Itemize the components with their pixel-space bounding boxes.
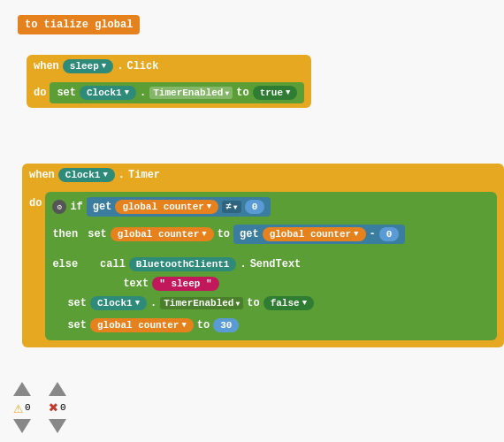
get-counter-pill[interactable]: global counter ▼ <box>115 200 218 214</box>
zero-1: 0 <box>252 202 258 212</box>
when-timer-container: when Clock1 ▼ . Timer do ⚙ if get <box>22 164 504 347</box>
text-label: text <box>123 278 149 290</box>
if-condition-row: ⚙ if get global counter ▼ ≠ <box>49 195 493 218</box>
method-name: SendText <box>250 258 302 271</box>
if-block: ⚙ if get global counter ▼ ≠ <box>45 192 497 340</box>
set-counter-30: set global counter ▼ to 30 <box>61 316 245 335</box>
scroll-down-icon-1[interactable] <box>13 419 31 433</box>
minus-operator: - <box>370 228 376 240</box>
to-text: to <box>25 19 37 31</box>
when-timer-body: do ⚙ if get global counter ▼ <box>22 187 504 347</box>
bottom-status-bar: ⚠ 0 ✖ 0 <box>13 382 66 433</box>
clock1-name: Clock1 <box>65 170 101 180</box>
when-timer-keyword: when <box>29 169 55 181</box>
global-counter-4: global counter <box>97 320 179 331</box>
else-section: else call BluetoothClient1 . SendText <box>49 250 493 337</box>
to-3: to <box>197 319 210 332</box>
to-2: to <box>247 297 259 309</box>
do-keyword2: do <box>29 197 42 210</box>
error-count: 0 <box>60 402 66 413</box>
global-counter-1: global counter <box>122 202 203 212</box>
when-click-do: do set Clock1 ▼ . TimerEnabled to true ▼ <box>27 78 311 108</box>
get-keyword-2: get <box>240 228 259 240</box>
text-param-row: text " sleep " <box>123 277 490 291</box>
then-keyword: then <box>52 228 78 240</box>
sleep-text: " sleep " <box>159 278 211 289</box>
false-value[interactable]: false ▼ <box>263 296 314 310</box>
set-counter-keyword: set <box>67 319 87 332</box>
dot-separator: . <box>117 60 123 72</box>
dot5: . <box>150 297 157 309</box>
dot3: . <box>118 169 125 181</box>
error-row: ✖ 0 <box>49 398 65 417</box>
zero-value-1[interactable]: 0 <box>245 200 265 214</box>
when-click-container: when sleep ▼ . Click do set Clock1 ▼ . T… <box>27 55 311 108</box>
call-keyword: call <box>100 258 126 271</box>
clock1-pill-2[interactable]: Clock1 ▼ <box>90 296 147 310</box>
timer-enabled-text-2: TimerEnabled <box>164 298 233 309</box>
get-keyword: get <box>93 201 112 213</box>
error-group: ✖ 0 <box>49 382 66 433</box>
zero-2: 0 <box>386 229 393 240</box>
sleep-component[interactable]: sleep ▼ <box>63 59 113 73</box>
set-label-2: set <box>88 228 107 240</box>
when-keyword: when <box>34 60 59 72</box>
warning-count: 0 <box>25 402 31 413</box>
clock1-component[interactable]: Clock1 ▼ <box>80 86 136 100</box>
when-timer-header: when Clock1 ▼ . Timer <box>22 164 504 187</box>
else-keyword: else <box>52 258 78 271</box>
warning-icon: ⚠ <box>13 398 23 417</box>
set-keyword: set <box>57 87 76 99</box>
dot2: . <box>140 87 146 99</box>
false-text: false <box>271 298 300 309</box>
clock2-name: Clock1 <box>97 298 133 309</box>
zero-value-2[interactable]: 0 <box>379 227 400 241</box>
property-name: TimerEnabled <box>153 88 223 98</box>
scroll-up-icon-1[interactable] <box>13 382 31 396</box>
bluetooth-client[interactable]: BluetoothClient1 <box>129 257 237 271</box>
neq-symbol: ≠ <box>225 202 232 212</box>
warning-row: ⚠ 0 <box>13 398 30 417</box>
dot4: . <box>240 258 246 271</box>
do-if-row: do ⚙ if get global counter ▼ <box>29 192 497 340</box>
get-counter-pill-2[interactable]: global counter ▼ <box>263 227 366 241</box>
timer-enabled-dropdown[interactable]: TimerEnabled <box>149 87 233 99</box>
when-click-header: when sleep ▼ . Click <box>27 55 311 78</box>
condition-block: get global counter ▼ ≠ 0 <box>87 197 271 217</box>
warning-group: ⚠ 0 <box>13 382 31 433</box>
if-keyword: if <box>70 201 82 213</box>
thirty-text: 30 <box>220 320 232 331</box>
gear-icon[interactable]: ⚙ <box>52 200 66 214</box>
call-block: call BluetoothClient1 . SendText <box>94 255 307 274</box>
neq-operator[interactable]: ≠ <box>222 201 241 213</box>
to-label-2: to <box>218 228 230 240</box>
then-set-block: set global counter ▼ to get global count… <box>81 222 411 247</box>
click-event: Click <box>126 60 158 72</box>
true-value[interactable]: true ▼ <box>253 86 298 100</box>
thirty-value[interactable]: 30 <box>213 318 239 332</box>
subtraction-block: get global counter ▼ - 0 <box>233 225 405 244</box>
set-clock-keyword: set <box>67 297 87 309</box>
initialize-block: initialize global counter to 30 <box>18 18 102 32</box>
scroll-down-icon-2[interactable] <box>49 419 66 433</box>
scroll-up-icon-2[interactable] <box>49 382 66 396</box>
timer-enabled-2[interactable]: TimerEnabled <box>160 297 243 309</box>
error-icon: ✖ <box>49 398 58 417</box>
set-block: set Clock1 ▼ . TimerEnabled to true ▼ <box>50 82 304 103</box>
set-counter-pill[interactable]: global counter ▼ <box>111 227 214 241</box>
clock-name: Clock1 <box>87 88 122 98</box>
sleep-string[interactable]: " sleep " <box>152 277 218 291</box>
set-clock-false: set Clock1 ▼ . TimerEnabled to fa <box>61 293 320 313</box>
to-label: to <box>18 15 44 34</box>
client-name: BluetoothClient1 <box>136 259 230 270</box>
global-counter-2: global counter <box>118 229 199 240</box>
global-counter-3: global counter <box>270 229 351 240</box>
true-text: true <box>260 88 283 98</box>
component-name: sleep <box>70 61 99 72</box>
global-counter-pill-4[interactable]: global counter ▼ <box>90 318 194 332</box>
to-keyword2: to <box>236 87 248 99</box>
do-keyword: do <box>34 87 46 99</box>
clock1-timer-component[interactable]: Clock1 ▼ <box>58 168 115 182</box>
then-row: then set global counter ▼ to get <box>49 220 493 248</box>
timer-event: Timer <box>128 169 160 181</box>
